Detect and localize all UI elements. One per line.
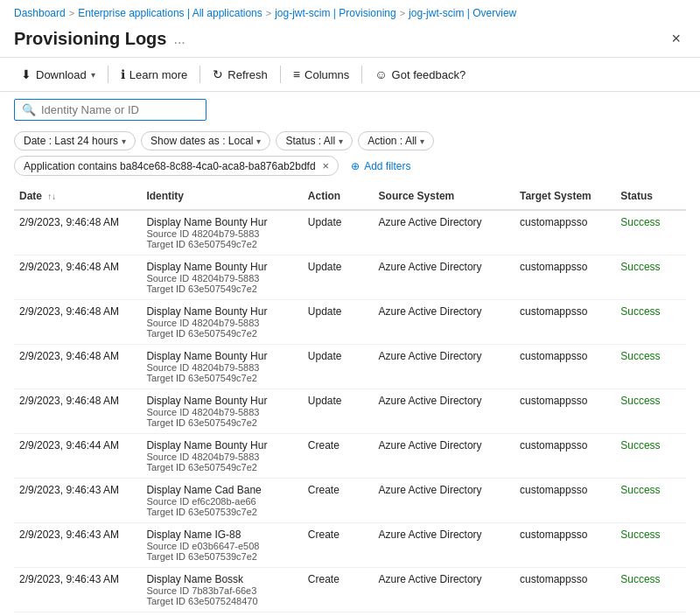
cell-action: Update (303, 256, 374, 300)
table-row[interactable]: 2/9/2023, 9:46:43 AM Display Name IG-88 … (14, 523, 686, 568)
cell-source-system: Azure Active Directory (374, 612, 514, 617)
cell-identity: Display Name Bounty Hur Source ID 48204b… (141, 389, 302, 434)
cell-action: Create (303, 434, 374, 479)
table-row[interactable]: 2/9/2023, 9:46:48 AM Display Name Bounty… (14, 210, 686, 256)
cell-source-system: Azure Active Directory (374, 256, 514, 300)
add-filter-icon: ⊕ (351, 160, 360, 172)
cell-date: 2/9/2023, 9:46:43 AM (14, 568, 141, 612)
cell-target-system: customappsso (514, 568, 615, 612)
download-chevron-icon: ▾ (91, 70, 95, 80)
toolbar-separator-2 (200, 66, 200, 83)
feedback-button[interactable]: ☺ Got feedback? (368, 63, 472, 86)
cell-target-system: customappsso (514, 389, 615, 434)
table-row[interactable]: 2/9/2023, 9:46:48 AM Display Name Bounty… (14, 389, 686, 434)
download-button[interactable]: ⬇ Download ▾ (14, 63, 102, 86)
cell-action: Create (303, 568, 374, 612)
cell-date: 2/9/2023, 9:46:44 AM (14, 434, 141, 479)
show-dates-chip-chevron-icon: ▾ (256, 136, 261, 146)
cell-identity: Display Name Bounty Hur Source ID 48204b… (141, 300, 302, 345)
cell-source-system: Azure Active Directory (374, 568, 514, 612)
show-dates-filter-chip[interactable]: Show dates as : Local ▾ (141, 131, 270, 150)
refresh-button[interactable]: ↻ Refresh (206, 63, 275, 86)
col-header-date[interactable]: Date ↑↓ (14, 183, 141, 210)
toolbar-separator-1 (108, 66, 108, 83)
toolbar-separator-3 (280, 66, 281, 83)
app-filter-chip-remove[interactable]: × (323, 159, 330, 172)
action-filter-chip[interactable]: Action : All ▾ (358, 131, 434, 150)
status-chip-chevron-icon: ▾ (339, 136, 343, 146)
cell-action: Update (303, 300, 374, 345)
breadcrumb-enterprise-apps[interactable]: Enterprise applications | All applicatio… (78, 7, 262, 19)
close-button[interactable]: × (666, 28, 686, 50)
page-header: Provisioning Logs ... × (0, 23, 700, 58)
learn-more-button[interactable]: ℹ Learn more (114, 63, 194, 86)
cell-source-system: Azure Active Directory (374, 389, 514, 434)
table-row[interactable]: 2/9/2023, 9:46:48 AM Display Name Bounty… (14, 345, 686, 389)
cell-status: Success (615, 612, 686, 617)
filter-chips-row: Date : Last 24 hours ▾ Show dates as : L… (0, 128, 700, 183)
table-row[interactable]: 2/9/2023, 9:46:48 AM Display Name Bounty… (14, 256, 686, 300)
search-input[interactable] (41, 103, 190, 116)
col-header-action: Action (303, 183, 374, 210)
header-ellipsis-menu[interactable]: ... (173, 32, 185, 47)
cell-status: Success (615, 523, 686, 568)
cell-target-system: customappsso (514, 256, 615, 300)
cell-action: Create (303, 479, 374, 523)
cell-identity: Display Name Bounty Hur Source ID 48204b… (141, 256, 302, 300)
cell-date: 2/9/2023, 9:46:43 AM (14, 523, 141, 568)
table-row[interactable]: 2/9/2023, 9:46:44 AM Display Name Bounty… (14, 434, 686, 479)
table-row[interactable]: 2/9/2023, 9:46:43 AM Display Name Cad Ba… (14, 479, 686, 523)
page-title: Provisioning Logs (14, 29, 166, 49)
cell-target-system: customappsso (514, 523, 615, 568)
breadcrumb-provisioning[interactable]: jog-jwt-scim | Provisioning (275, 7, 396, 19)
cell-status: Success (615, 300, 686, 345)
table-row[interactable]: 2/9/2023, 9:46:43 AM Display Name Boba F… (14, 612, 686, 617)
search-box[interactable]: 🔍 (14, 99, 206, 121)
cell-identity: Display Name Boba Fett Source ID 9501f1c… (141, 612, 302, 617)
cell-date: 2/9/2023, 9:46:48 AM (14, 210, 141, 256)
feedback-icon: ☺ (374, 67, 387, 81)
refresh-icon: ↻ (213, 67, 223, 81)
date-chip-chevron-icon: ▾ (122, 136, 126, 146)
cell-action: Update (303, 345, 374, 389)
add-filter-button[interactable]: ⊕ Add filters (344, 158, 417, 175)
cell-date: 2/9/2023, 9:46:48 AM (14, 345, 141, 389)
search-icon: 🔍 (22, 103, 36, 116)
cell-target-system: customappsso (514, 345, 615, 389)
table-row[interactable]: 2/9/2023, 9:46:48 AM Display Name Bounty… (14, 300, 686, 345)
date-filter-chip[interactable]: Date : Last 24 hours ▾ (14, 131, 136, 150)
date-sort-icon: ↑↓ (47, 192, 56, 201)
cell-status: Success (615, 389, 686, 434)
breadcrumb: Dashboard > Enterprise applications | Al… (0, 0, 700, 23)
col-header-identity: Identity (141, 183, 302, 210)
cell-identity: Display Name Bossk Source ID 7b83b7af-66… (141, 568, 302, 612)
cell-source-system: Azure Active Directory (374, 523, 514, 568)
cell-date: 2/9/2023, 9:46:48 AM (14, 300, 141, 345)
cell-action: Create (303, 523, 374, 568)
cell-identity: Display Name Bounty Hur Source ID 48204b… (141, 434, 302, 479)
breadcrumb-overview[interactable]: jog-jwt-scim | Overview (409, 7, 516, 19)
provisioning-logs-table: Date ↑↓ Identity Action Source System Ta… (14, 183, 686, 616)
cell-action: Update (303, 612, 374, 617)
breadcrumb-dashboard[interactable]: Dashboard (14, 7, 66, 19)
cell-identity: Display Name IG-88 Source ID e03b6647-e5… (141, 523, 302, 568)
action-chip-chevron-icon: ▾ (420, 136, 424, 146)
col-header-target-system: Target System (514, 183, 615, 210)
app-filter-chip: Application contains ba84ce68-8c88-4ca0-… (14, 156, 339, 176)
table-row[interactable]: 2/9/2023, 9:46:43 AM Display Name Bossk … (14, 568, 686, 612)
cell-target-system: customappsso (514, 612, 615, 617)
info-icon: ℹ (121, 67, 125, 81)
cell-date: 2/9/2023, 9:46:48 AM (14, 256, 141, 300)
cell-status: Success (615, 479, 686, 523)
cell-status: Success (615, 568, 686, 612)
download-icon: ⬇ (21, 67, 32, 81)
status-filter-chip[interactable]: Status : All ▾ (276, 131, 353, 150)
cell-source-system: Azure Active Directory (374, 434, 514, 479)
cell-target-system: customappsso (514, 479, 615, 523)
columns-button[interactable]: ≡ Columns (286, 63, 356, 86)
cell-action: Update (303, 389, 374, 434)
cell-status: Success (615, 210, 686, 256)
cell-date: 2/9/2023, 9:46:43 AM (14, 612, 141, 617)
toolbar-separator-4 (361, 66, 362, 83)
cell-source-system: Azure Active Directory (374, 210, 514, 256)
